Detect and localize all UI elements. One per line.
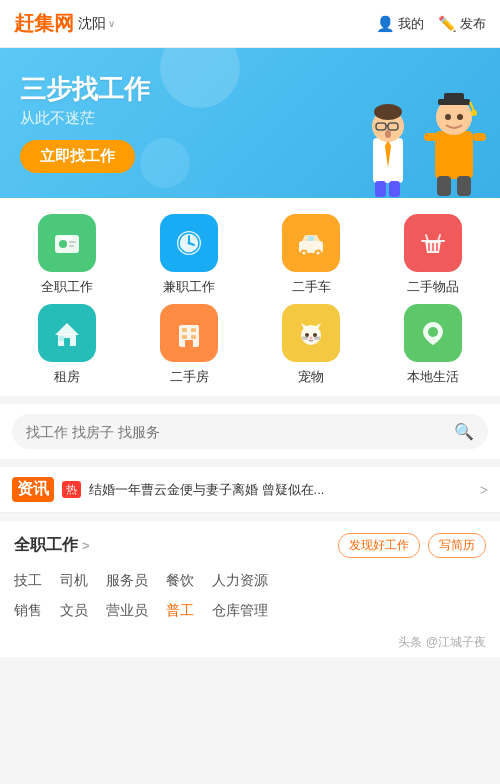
footer-watermark: 头条 @江城子夜: [398, 634, 486, 651]
search-input[interactable]: [26, 424, 446, 440]
banner-subtitle: 从此不迷茫: [20, 109, 480, 128]
banner-text: 三步找工作 从此不迷茫 立即找工作: [20, 73, 480, 173]
job-tags-row: 技工 司机 服务员 餐饮 人力资源: [0, 566, 500, 596]
svg-rect-25: [69, 245, 74, 247]
svg-rect-50: [185, 340, 193, 347]
job-tags-row-2: 销售 文员 营业员 普工 仓库管理: [0, 596, 500, 626]
category-usedgoods-label: 二手物品: [407, 278, 459, 296]
news-label: 资讯: [12, 477, 54, 502]
header-right: 👤 我的 ✏️ 发布: [376, 15, 486, 33]
city-name: 沈阳: [78, 15, 106, 33]
category-fulltime-label: 全职工作: [41, 278, 93, 296]
jobs-actions: 发现好工作 写简历: [338, 533, 486, 558]
chevron-down-icon: ∨: [108, 18, 115, 29]
svg-point-55: [313, 333, 317, 337]
post-button[interactable]: ✏️ 发布: [438, 15, 486, 33]
footer-bar: 头条 @江城子夜: [0, 626, 500, 657]
find-job-button[interactable]: 立即找工作: [20, 140, 135, 173]
category-usedcar[interactable]: 二手车: [254, 214, 368, 296]
category-usedgoods-icon: [404, 214, 462, 272]
job-tag-2[interactable]: 服务员: [106, 566, 166, 596]
job-tag-0[interactable]: 技工: [14, 566, 60, 596]
job-tag-7[interactable]: 营业员: [106, 596, 166, 626]
category-secondhouse-icon: [160, 304, 218, 362]
svg-rect-46: [182, 328, 187, 332]
category-fulltime[interactable]: 全职工作: [10, 214, 124, 296]
location-icon: [417, 317, 449, 349]
job-tag-9[interactable]: 仓库管理: [212, 596, 286, 626]
search-input-wrap[interactable]: 🔍: [12, 414, 488, 449]
svg-rect-43: [64, 338, 70, 346]
clock-icon: [173, 227, 205, 259]
my-label: 我的: [398, 15, 424, 33]
edit-icon: ✏️: [438, 15, 457, 33]
svg-rect-8: [375, 181, 386, 197]
job-tag-1[interactable]: 司机: [60, 566, 106, 596]
job-tag-6[interactable]: 文员: [60, 596, 106, 626]
city-selector[interactable]: 沈阳 ∨: [78, 15, 115, 33]
svg-rect-21: [457, 176, 471, 196]
category-fulltime-icon: [38, 214, 96, 272]
svg-rect-24: [69, 241, 76, 243]
svg-rect-48: [182, 335, 187, 339]
category-secondhouse-label: 二手房: [170, 368, 209, 386]
category-parttime[interactable]: 兼职工作: [132, 214, 246, 296]
house-icon: [51, 317, 83, 349]
category-secondhouse[interactable]: 二手房: [132, 304, 246, 386]
svg-rect-37: [308, 236, 314, 241]
svg-rect-26: [61, 236, 73, 240]
user-icon: 👤: [376, 15, 395, 33]
news-hot-badge: 热: [62, 481, 81, 498]
categories-grid: 全职工作 兼职工作 二手车: [0, 198, 500, 396]
write-resume-button[interactable]: 写简历: [428, 533, 486, 558]
svg-point-54: [305, 333, 309, 337]
job-tag-4[interactable]: 人力资源: [212, 566, 286, 596]
jobs-title-arrow-icon[interactable]: >: [82, 538, 90, 553]
post-label: 发布: [460, 15, 486, 33]
app-header: 赶集网 沈阳 ∨ 👤 我的 ✏️ 发布: [0, 0, 500, 48]
category-pet-icon: [282, 304, 340, 362]
jobs-title-text: 全职工作: [14, 535, 78, 556]
category-parttime-label: 兼职工作: [163, 278, 215, 296]
svg-point-35: [303, 252, 306, 255]
category-usedcar-icon: [282, 214, 340, 272]
category-rent[interactable]: 租房: [10, 304, 124, 386]
banner: 三步找工作 从此不迷茫 立即找工作: [0, 48, 500, 198]
job-tag-8[interactable]: 普工: [166, 596, 212, 626]
news-bar[interactable]: 资讯 热 结婚一年曹云金便与妻子离婚 曾疑似在... >: [0, 467, 500, 513]
svg-rect-49: [191, 335, 196, 339]
category-local-label: 本地生活: [407, 368, 459, 386]
job-tag-3[interactable]: 餐饮: [166, 566, 212, 596]
svg-marker-41: [55, 323, 79, 335]
job-tag-5[interactable]: 销售: [14, 596, 60, 626]
basket-icon: [417, 227, 449, 259]
svg-rect-47: [191, 328, 196, 332]
svg-rect-9: [389, 181, 400, 197]
svg-point-23: [59, 240, 67, 248]
jobs-header: 全职工作 > 发现好工作 写简历: [0, 521, 500, 566]
my-account-button[interactable]: 👤 我的: [376, 15, 424, 33]
car-icon: [295, 227, 327, 259]
building-icon: [173, 317, 205, 349]
id-card-icon: [51, 227, 83, 259]
news-arrow-icon: >: [480, 482, 488, 498]
category-usedcar-label: 二手车: [292, 278, 331, 296]
category-rent-icon: [38, 304, 96, 362]
banner-title: 三步找工作: [20, 73, 480, 107]
discover-jobs-button[interactable]: 发现好工作: [338, 533, 420, 558]
svg-point-56: [310, 337, 313, 340]
svg-rect-44: [59, 336, 64, 341]
category-pet[interactable]: 宠物: [254, 304, 368, 386]
svg-point-36: [317, 252, 320, 255]
app-logo[interactable]: 赶集网: [14, 10, 74, 37]
jobs-title: 全职工作 >: [14, 535, 90, 556]
cat-icon: [295, 317, 327, 349]
svg-point-61: [428, 327, 438, 337]
category-local[interactable]: 本地生活: [376, 304, 490, 386]
category-rent-label: 租房: [54, 368, 80, 386]
category-parttime-icon: [160, 214, 218, 272]
news-text: 结婚一年曹云金便与妻子离婚 曾疑似在...: [89, 481, 472, 499]
category-usedgoods[interactable]: 二手物品: [376, 214, 490, 296]
search-icon: 🔍: [454, 422, 474, 441]
svg-point-31: [188, 242, 191, 245]
